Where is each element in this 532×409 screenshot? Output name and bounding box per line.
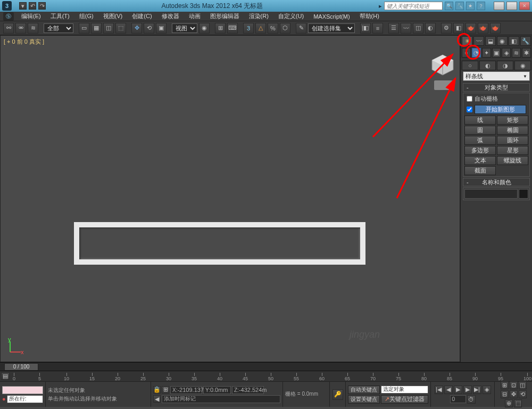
btn-circle[interactable]: 圆 [464,126,496,135]
maxscript-mini[interactable] [2,386,43,394]
rollout-object-type[interactable]: 对象类型 [463,83,530,92]
scale-icon[interactable]: ▣ [156,23,167,34]
tab-motion[interactable]: ◉ [497,36,508,46]
help-search-input[interactable] [384,2,443,10]
vpnav-8-icon[interactable]: ⬚ [514,399,522,407]
time-ruler[interactable]: ▤ 05101520253035404550556065707580859095… [0,371,532,381]
time-slider[interactable]: 0 / 100 [0,362,532,371]
subtab-shapes[interactable]: ◔ [472,48,481,58]
maximize-button[interactable]: □ [506,2,517,10]
tag-icon[interactable]: ◀ [153,395,161,403]
tab-create[interactable]: ✳ [462,36,472,46]
extratab-3[interactable]: ◑ [497,61,513,70]
menu-create[interactable]: 创建(C) [128,12,156,20]
bind-icon[interactable]: ≋ [28,23,38,34]
coord-select[interactable]: 视图 [172,23,197,33]
set-key-button[interactable]: 设置关键点 [348,395,380,404]
subtab-helpers[interactable]: ◈ [502,48,511,58]
layer-icon[interactable]: ☰ [388,23,399,34]
tool-icon[interactable]: 🔧 [455,2,464,10]
render-setup-icon[interactable]: ⚙ [441,23,452,34]
minimize-button[interactable]: — [494,2,504,10]
lock-icon[interactable]: 🔒 [153,386,161,394]
extratab-1[interactable]: ○ [462,61,478,70]
selset-select[interactable]: 创建选择集 [308,23,355,33]
spinner-snap-icon[interactable]: ⬡ [280,23,290,34]
viewcube-icon[interactable] [430,54,455,76]
viewport-rectangle-shape[interactable] [74,222,365,265]
btn-ngon[interactable]: 多边形 [464,146,496,155]
subtab-spacewarps[interactable]: ≋ [512,48,521,58]
vpnav-7-icon[interactable]: ⊕ [505,399,513,407]
tab-utilities[interactable]: 🔧 [520,36,531,46]
favorite-icon[interactable]: ★ [466,2,475,10]
curve-icon[interactable]: 〰 [401,23,411,34]
btn-rectangle[interactable]: 矩形 [497,116,528,125]
key-filters-button[interactable]: ↗关键点过滤器 [381,395,428,404]
btn-donut[interactable]: 圆环 [497,136,528,145]
menu-tools[interactable]: 工具(T) [46,12,74,20]
select-icon[interactable]: ▭ [79,23,89,34]
time-config-icon[interactable]: ⏱ [467,395,476,404]
menu-maxscript[interactable]: MAXScript(M) [309,13,354,20]
startnew-checkbox[interactable] [467,107,472,112]
search-icon[interactable]: 🔍 [445,2,453,10]
menu-view[interactable]: 视图(V) [99,12,127,20]
btn-helix[interactable]: 螺旋线 [497,156,528,165]
auto-key-button[interactable]: 自动关键点 [348,386,380,394]
btn-section[interactable]: 截面 [464,166,496,175]
move-icon[interactable]: ✥ [131,23,142,34]
menu-edit[interactable]: 编辑(E) [17,12,45,20]
play-icon[interactable]: ▶ [454,386,462,394]
select-region-icon[interactable]: ◫ [103,23,114,34]
btn-arc[interactable]: 弧 [464,136,496,145]
material-icon[interactable]: ◐ [425,23,436,34]
menu-help[interactable]: 帮助(H) [355,12,384,20]
subtab-lights[interactable]: ✦ [482,48,491,58]
render-iter-icon[interactable]: 🫖 [490,23,501,34]
key-mode-icon[interactable]: ◈ [483,386,491,394]
rotate-icon[interactable]: ⟲ [144,23,154,34]
select-name-icon[interactable]: ▦ [91,23,102,34]
vpnav-2-icon[interactable]: ⊡ [510,381,518,389]
render-prod-icon[interactable]: 🫖 [478,23,488,34]
menu-modifiers[interactable]: 修改器 [157,12,184,20]
tab-modify[interactable]: 〰 [473,36,484,46]
rollout-name-color[interactable]: 名称和颜色 [463,178,530,186]
window-cross-icon[interactable]: ⬚ [115,23,126,34]
named-sel-icon[interactable]: ✎ [296,23,306,34]
link-icon[interactable]: ⚯ [3,23,14,34]
vpnav-1-icon[interactable]: ⊞ [501,381,509,389]
menu-group[interactable]: 组(G) [75,12,98,20]
subtab-systems[interactable]: ✱ [522,48,531,58]
current-frame[interactable]: 0 [450,395,466,403]
goto-end-icon[interactable]: ▶| [473,386,481,394]
vpnav-4-icon[interactable]: ⊟ [501,390,509,398]
filter-select[interactable]: 全部 [44,23,73,33]
vpnav-3-icon[interactable]: ◫ [519,381,527,389]
next-frame-icon[interactable]: ▶ [463,386,472,394]
object-color-swatch[interactable] [519,189,528,199]
extratab-4[interactable]: ◉ [514,61,531,70]
menu-graph[interactable]: 图形编辑器 [206,12,244,20]
percent-snap-icon[interactable]: % [268,23,278,34]
keyboard-icon[interactable]: ⌨ [227,23,238,34]
goto-start-icon[interactable]: |◀ [435,386,443,394]
render-frame-icon[interactable]: ◧ [453,23,464,34]
track-toggle-icon[interactable]: ▤ [1,372,10,380]
vpnav-6-icon[interactable]: ⟲ [519,390,527,398]
viewport[interactable]: [ + 0 前 0 真实 ] yx jingyan [0,35,460,362]
autogrid-checkbox[interactable] [467,96,472,102]
vpnav-5-icon[interactable]: ✥ [510,390,518,398]
snap-icon[interactable]: 3 [243,23,254,34]
subtab-cameras[interactable]: ▣ [492,48,501,58]
key-icon[interactable]: 🔑 [332,389,343,400]
viewcube-home-icon[interactable] [434,80,453,90]
menu-customize[interactable]: 自定义(U) [274,12,308,20]
btn-text[interactable]: 文本 [464,156,496,165]
app-menu-icon[interactable]: Ⓢ [3,12,14,21]
close-button[interactable]: ✕ [519,2,530,10]
time-slider-thumb[interactable]: 0 / 100 [4,363,38,371]
btn-line[interactable]: 线 [464,116,496,125]
manip-icon[interactable]: ⊞ [215,23,226,34]
